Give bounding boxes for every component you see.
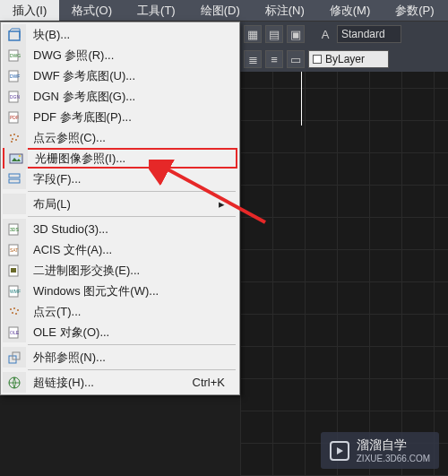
svg-point-14: [11, 141, 13, 143]
svg-point-12: [12, 138, 13, 140]
svg-point-30: [17, 309, 19, 311]
svg-point-13: [15, 139, 17, 141]
menu-item-wmf[interactable]: WMF Windows 图元文件(W)...: [3, 281, 237, 301]
menu-label: 光栅图像参照(I)...: [28, 151, 236, 167]
play-icon: [330, 441, 349, 461]
toolbar-button[interactable]: ▭: [287, 50, 305, 68]
menu-label: 布局(L): [26, 196, 219, 212]
svg-rect-0: [9, 31, 20, 40]
wmf-icon: WMF: [7, 284, 22, 299]
menu-shortcut: Ctrl+K: [193, 376, 237, 389]
menu-label: 3D Studio(3)...: [26, 222, 237, 236]
svg-text:DGN: DGN: [10, 94, 21, 100]
xref-icon: [7, 351, 22, 365]
menu-item-dgn-underlay[interactable]: DGN DGN 参考底图(G)...: [3, 86, 237, 107]
point-cloud-icon: [7, 131, 22, 145]
svg-rect-25: [11, 268, 16, 273]
menu-item-binary-exchange[interactable]: 二进制图形交换(E)...: [3, 260, 237, 281]
watermark: 溜溜自学 ZIXUE.3D66.COM: [321, 432, 439, 469]
menu-item-raster-image-ref[interactable]: 光栅图像参照(I)...: [3, 148, 237, 169]
text-style-select[interactable]: Standard: [337, 25, 401, 43]
svg-rect-18: [9, 174, 20, 177]
menu-item-3dstudio[interactable]: 3DS 3D Studio(3)...: [3, 219, 237, 239]
menu-tools[interactable]: 工具(T): [125, 0, 188, 21]
svg-point-31: [12, 312, 13, 314]
menu-label: 外部参照(N)...: [26, 350, 237, 366]
menu-item-ole[interactable]: OLE OLE 对象(O)...: [3, 322, 237, 342]
menu-label: PDF 参考底图(P)...: [26, 109, 237, 125]
menu-label: DWF 参考底图(U)...: [26, 68, 237, 84]
menu-item-point-cloud[interactable]: 点云(T)...: [3, 301, 237, 322]
menu-label: 点云参照(C)...: [26, 130, 237, 146]
svg-text:SAT: SAT: [10, 247, 18, 253]
toolbar-button[interactable]: ≡: [265, 50, 283, 68]
raster-image-icon: [9, 151, 23, 166]
menu-item-pdf-underlay[interactable]: PDF PDF 参考底图(P)...: [3, 107, 237, 127]
svg-point-11: [17, 135, 19, 137]
toolbar-button[interactable]: ▣: [287, 25, 305, 43]
menu-item-dwg-ref[interactable]: DWG DWG 参照(R)...: [3, 45, 237, 65]
watermark-title: 溜溜自学: [357, 437, 407, 452]
svg-text:PDF: PDF: [10, 115, 19, 120]
pdf-icon: PDF: [7, 110, 22, 125]
menu-label: OLE 对象(O)...: [26, 325, 237, 341]
svg-text:OLE: OLE: [10, 330, 20, 335]
svg-point-9: [10, 134, 12, 136]
menu-label: 点云(T)...: [26, 304, 237, 320]
menu-label: 二进制图形交换(E)...: [26, 263, 237, 279]
menu-item-field[interactable]: 字段(F)...: [3, 169, 237, 189]
toolbar: ▦ ▤ ▣ A Standard ≣ ≡ ▭ ByLayer: [240, 22, 448, 72]
svg-marker-40: [337, 447, 343, 454]
svg-point-29: [13, 307, 15, 309]
menu-label: ACIS 文件(A)...: [26, 242, 237, 258]
toolbar-button[interactable]: ▦: [244, 25, 262, 43]
dwg-icon: DWG: [7, 48, 22, 63]
menu-item-layout[interactable]: 布局(L) ▸: [3, 194, 237, 214]
svg-point-32: [15, 313, 17, 315]
menubar: 插入(I) 格式(O) 工具(T) 绘图(D) 标注(N) 修改(M) 参数(P…: [0, 0, 448, 22]
menu-parametric[interactable]: 参数(P): [383, 0, 446, 21]
menu-separator: [28, 191, 236, 192]
dgn-icon: DGN: [7, 90, 22, 104]
toolbar-button[interactable]: ≣: [244, 50, 262, 68]
menu-draw[interactable]: 绘图(D): [188, 0, 253, 21]
menu-item-dwf-underlay[interactable]: DWF DWF 参考底图(U)...: [3, 65, 237, 86]
menu-separator: [28, 216, 236, 217]
svg-point-10: [13, 134, 15, 135]
menu-separator: [28, 344, 236, 345]
svg-point-17: [19, 154, 22, 157]
menu-label: DWG 参照(R)...: [26, 48, 237, 64]
menu-separator: [28, 369, 236, 370]
menu-label: 块(B)...: [26, 27, 237, 43]
layer-select[interactable]: ByLayer: [308, 50, 389, 68]
menu-label: 字段(F)...: [26, 171, 237, 187]
menu-insert[interactable]: 插入(I): [0, 0, 59, 21]
svg-rect-19: [9, 179, 20, 183]
dwf-icon: DWF: [7, 69, 22, 83]
menu-label: 超链接(H)...: [26, 375, 193, 391]
menu-label: DGN 参考底图(G)...: [26, 89, 237, 105]
toolbar-button[interactable]: ▤: [265, 25, 283, 43]
field-icon: [7, 172, 22, 186]
svg-text:WMF: WMF: [10, 289, 21, 294]
ole-icon: OLE: [7, 325, 22, 340]
menu-item-block[interactable]: 块(B)...: [3, 24, 237, 45]
text-style-icon: A: [317, 26, 333, 42]
block-icon: [7, 28, 22, 42]
point-cloud-icon: [7, 305, 22, 319]
menu-modify[interactable]: 修改(M): [317, 0, 383, 21]
menu-item-xref[interactable]: 外部参照(N)...: [3, 347, 237, 368]
menu-item-acis[interactable]: SAT ACIS 文件(A)...: [3, 239, 237, 260]
acis-icon: SAT: [7, 243, 22, 257]
menu-format[interactable]: 格式(O): [59, 0, 125, 21]
submenu-arrow-icon: ▸: [219, 197, 237, 211]
menu-dimension[interactable]: 标注(N): [253, 0, 317, 21]
svg-point-28: [10, 308, 12, 310]
svg-text:3DS: 3DS: [10, 227, 19, 232]
menu-item-hyperlink[interactable]: 超链接(H)... Ctrl+K: [3, 372, 237, 393]
grid-area[interactable]: [240, 72, 448, 476]
hyperlink-icon: [7, 376, 22, 390]
insert-dropdown: 块(B)... DWG DWG 参照(R)... DWF DWF 参考底图(U)…: [0, 22, 240, 395]
watermark-sub: ZIXUE.3D66.COM: [357, 454, 430, 463]
menu-item-point-cloud-ref[interactable]: 点云参照(C)...: [3, 127, 237, 148]
